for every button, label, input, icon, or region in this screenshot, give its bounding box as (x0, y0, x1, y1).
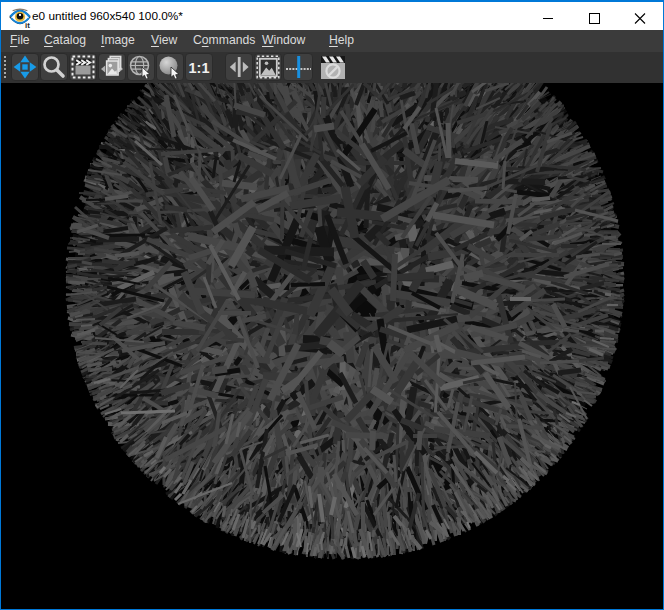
svg-text:it: it (25, 21, 30, 29)
svg-text:1:1: 1:1 (189, 60, 210, 76)
